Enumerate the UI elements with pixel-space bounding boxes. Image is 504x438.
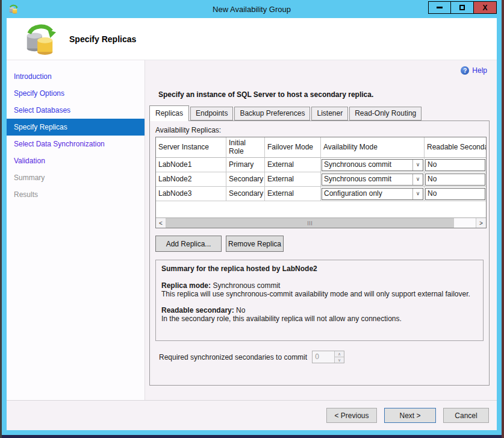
wizard-steps-sidebar: Introduction Specify Options Select Data… xyxy=(7,60,145,400)
replica-row-labnode2[interactable]: LabNode2 Secondary External Synchronous … xyxy=(156,172,486,187)
replica-mode-description: This replica will use synchronous-commit… xyxy=(161,290,478,298)
required-secondaries-row: Required synchronized secondaries to com… xyxy=(159,351,489,363)
chevron-down-icon: ∨ xyxy=(412,160,423,171)
availability-mode-cell: Configuration only ∨ xyxy=(321,187,425,201)
server-instance-cell: LabNode3 xyxy=(156,187,226,201)
summary-title: Summary for the replica hosted by LabNod… xyxy=(161,264,478,273)
help-link[interactable]: ? Help xyxy=(461,66,487,75)
availability-replicas-label: Availability Replicas: xyxy=(155,126,489,134)
initial-role-cell: Primary xyxy=(226,158,265,172)
content-panel: ? Help Specify an instance of SQL Server… xyxy=(145,60,497,400)
readable-secondary-value: No xyxy=(236,306,245,314)
replica-row-labnode3[interactable]: LabNode3 Secondary External Configuratio… xyxy=(156,187,486,201)
help-icon: ? xyxy=(461,66,469,75)
col-readable-secondary: Readable Secondary xyxy=(425,137,486,158)
sidebar-item-specify-replicas[interactable]: Specify Replicas xyxy=(7,119,145,136)
spinner-up-icon: ∧ xyxy=(335,351,344,357)
wizard-header: Specify Replicas xyxy=(7,18,497,60)
readable-secondary-dropdown[interactable]: No xyxy=(425,174,485,186)
tab-read-only-routing[interactable]: Read-Only Routing xyxy=(349,107,422,120)
minimize-button[interactable] xyxy=(428,1,451,14)
window-controls: X xyxy=(428,1,497,14)
minimize-icon xyxy=(437,7,443,8)
scrollbar-grip-icon: ||| xyxy=(307,221,313,225)
replica-actions: Add Replica... Remove Replica xyxy=(155,236,489,252)
tab-listener[interactable]: Listener xyxy=(311,107,348,120)
server-instance-cell: LabNode2 xyxy=(156,172,226,187)
readable-secondary-cell: No xyxy=(425,187,486,201)
scroll-right-button[interactable]: > xyxy=(476,218,486,228)
close-button[interactable]: X xyxy=(474,1,497,14)
sidebar-item-select-databases[interactable]: Select Databases xyxy=(7,102,145,119)
readable-secondary-dropdown[interactable]: No xyxy=(425,188,485,200)
client-area: Specify Replicas Introduction Specify Op… xyxy=(7,18,497,430)
add-replica-button[interactable]: Add Replica... xyxy=(155,236,222,252)
cancel-button[interactable]: Cancel xyxy=(443,408,489,423)
dropdown-value: No xyxy=(426,161,485,169)
availability-mode-dropdown[interactable]: Synchronous commit ∨ xyxy=(322,174,423,186)
previous-button[interactable]: < Previous xyxy=(326,408,377,423)
readable-secondary-line: Readable secondary: No xyxy=(161,306,478,314)
window-title: New Availability Group xyxy=(7,5,497,14)
dropdown-value: Configuration only xyxy=(322,190,412,198)
readable-secondary-cell: No xyxy=(425,158,486,172)
spinner-value: 0 xyxy=(313,351,334,363)
replica-mode-value: Synchronous commit xyxy=(213,281,280,290)
secondaries-spinner[interactable]: 0 ∧ ∨ xyxy=(312,351,344,363)
readable-secondary-description: In the secondary role, this availability… xyxy=(161,314,478,323)
wizard-footer: < Previous Next > Cancel xyxy=(7,400,497,430)
availability-mode-dropdown[interactable]: Synchronous commit ∨ xyxy=(322,159,423,171)
desktop: New Availability Group X xyxy=(0,0,504,438)
col-failover-mode: Failover Mode xyxy=(265,137,321,158)
sidebar-item-results: Results xyxy=(7,186,145,203)
dropdown-value: No xyxy=(426,190,485,198)
scrollbar-thumb[interactable]: ||| xyxy=(166,218,454,228)
replicas-database-icon xyxy=(23,23,56,55)
availability-mode-dropdown[interactable]: Configuration only ∨ xyxy=(322,188,423,200)
sidebar-item-specify-options[interactable]: Specify Options xyxy=(7,85,145,102)
instruction-text: Specify an instance of SQL Server to hos… xyxy=(158,90,490,99)
readable-secondary-label: Readable secondary: xyxy=(161,306,234,314)
tab-replicas[interactable]: Replicas xyxy=(149,105,189,121)
sidebar-item-summary: Summary xyxy=(7,169,145,186)
help-label: Help xyxy=(472,66,487,75)
scrollbar-track[interactable] xyxy=(454,218,476,228)
readable-secondary-cell: No xyxy=(425,172,486,187)
replica-mode-label: Replica mode: xyxy=(161,281,211,290)
replica-mode-line: Replica mode: Synchronous commit xyxy=(161,281,478,290)
grid-empty-area xyxy=(156,201,486,217)
failover-mode-cell: External xyxy=(265,172,321,187)
availability-mode-cell: Synchronous commit ∨ xyxy=(321,172,425,187)
grid-header-row: Server Instance Initial Role Failover Mo… xyxy=(156,137,486,158)
sidebar-item-introduction[interactable]: Introduction xyxy=(7,68,145,85)
maximize-icon xyxy=(459,5,465,10)
tab-strip: Replicas Endpoints Backup Preferences Li… xyxy=(149,107,490,120)
dropdown-value: Synchronous commit xyxy=(322,175,412,184)
titlebar[interactable]: New Availability Group X xyxy=(7,0,497,18)
main-area: Introduction Specify Options Select Data… xyxy=(7,60,497,400)
chevron-down-icon: ∨ xyxy=(412,189,423,199)
close-icon: X xyxy=(482,4,487,12)
tab-backup-preferences[interactable]: Backup Preferences xyxy=(234,107,310,120)
replica-summary-box: Summary for the replica hosted by LabNod… xyxy=(155,260,484,341)
scroll-left-button[interactable]: < xyxy=(156,218,166,228)
next-button[interactable]: Next > xyxy=(384,408,436,423)
availability-mode-cell: Synchronous commit ∨ xyxy=(321,158,425,172)
failover-mode-cell: External xyxy=(265,187,321,201)
replica-row-labnode1[interactable]: LabNode1 Primary External Synchronous co… xyxy=(156,158,486,172)
spinner-arrows: ∧ ∨ xyxy=(334,351,344,363)
readable-secondary-dropdown[interactable]: No xyxy=(425,159,485,171)
tab-endpoints[interactable]: Endpoints xyxy=(190,107,233,120)
horizontal-scrollbar: < ||| > xyxy=(156,217,486,228)
dropdown-value: Synchronous commit xyxy=(322,161,412,169)
availability-replicas-grid: Server Instance Initial Role Failover Mo… xyxy=(155,137,487,228)
maximize-button[interactable] xyxy=(451,1,474,14)
sidebar-item-select-data-sync[interactable]: Select Data Synchronization xyxy=(7,136,145,152)
failover-mode-cell: External xyxy=(265,158,321,172)
remove-replica-button[interactable]: Remove Replica xyxy=(226,236,284,252)
sidebar-item-validation[interactable]: Validation xyxy=(7,152,145,169)
chevron-down-icon: ∨ xyxy=(412,174,423,185)
spinner-down-icon: ∨ xyxy=(335,357,344,363)
col-server-instance: Server Instance xyxy=(156,137,226,158)
col-initial-role: Initial Role xyxy=(226,137,265,158)
